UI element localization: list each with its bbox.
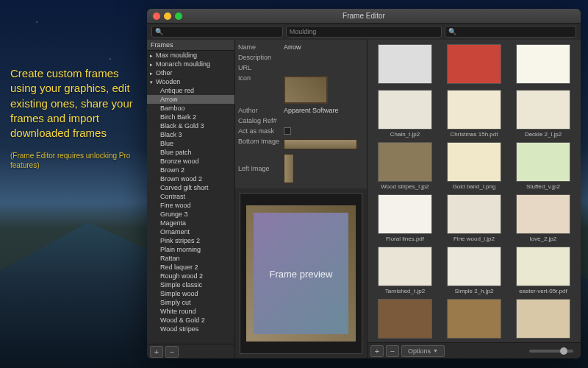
tree-item[interactable]: Bamboo <box>147 104 234 113</box>
asset-thumb-image <box>378 247 432 286</box>
frame-preview: Frame preview <box>240 193 362 354</box>
asset-thumb[interactable]: Gold band_l.png <box>441 142 507 190</box>
asset-thumb[interactable]: easter-vert-05r.pdf <box>510 247 576 294</box>
asset-thumb[interactable]: Christmas 15h.pdf <box>441 90 507 138</box>
minimize-icon[interactable] <box>164 13 171 20</box>
frames-sidebar: Frames ▸Max moulding▸Monarch moulding▸Ot… <box>147 40 235 358</box>
tree-item[interactable]: Bronze wood <box>147 157 234 166</box>
prop-url-label: URL <box>238 64 284 71</box>
search-icon: 🔍 <box>155 28 163 35</box>
tree-item[interactable]: Red laquer 2 <box>147 263 234 272</box>
asset-thumb-image <box>447 299 501 339</box>
tree-item[interactable]: Arrow <box>147 95 234 104</box>
tree-item[interactable]: Black 3 <box>147 130 234 139</box>
asset-thumb[interactable]: love_2.jp2 <box>510 194 576 242</box>
remove-frame-button[interactable]: − <box>165 346 179 358</box>
tree-item[interactable]: Fine wood <box>147 201 234 210</box>
tree-item[interactable]: Brown 2 <box>147 166 234 174</box>
tree-item[interactable]: Rattan <box>147 254 234 263</box>
tree-item[interactable]: Wood stripes <box>147 325 234 333</box>
asset-thumb-image <box>516 90 570 130</box>
asset-thumb[interactable]: Stuffed_v.jp2 <box>510 142 576 190</box>
asset-thumb[interactable]: Wood stripes_l.jp2 <box>372 142 438 190</box>
zoom-slider-knob[interactable] <box>560 347 567 355</box>
tree-item[interactable]: Wood & Gold 2 <box>147 316 234 325</box>
prop-icon-preview[interactable] <box>284 76 328 104</box>
asset-thumb-label: love_2.jp2 <box>530 236 556 242</box>
search-mid[interactable]: Moulding <box>286 26 442 38</box>
tree-item[interactable]: Ornament <box>147 227 234 236</box>
asset-thumb[interactable] <box>441 44 507 85</box>
properties-panel: NameArrow Description URL Icon AuthorApp… <box>235 40 368 358</box>
asset-thumb-image <box>516 142 570 182</box>
tree-item[interactable]: Antique red <box>147 86 234 95</box>
asset-thumb-image <box>447 44 501 84</box>
search-left[interactable]: 🔍 <box>151 26 283 38</box>
tree-item[interactable]: Blue patch <box>147 148 234 157</box>
asset-thumb[interactable] <box>510 44 576 85</box>
tree-item[interactable]: Contrast <box>147 192 234 201</box>
asset-thumb[interactable]: Tarnished_t.jp2 <box>372 247 438 294</box>
frames-tree[interactable]: ▸Max moulding▸Monarch moulding▸Other▾Woo… <box>147 51 234 344</box>
sidebar-header: Frames <box>147 40 234 51</box>
tree-item[interactable]: Simple classic <box>147 280 234 289</box>
search-right[interactable]: 🔍 <box>445 26 576 38</box>
asset-thumb[interactable]: Simple 2_h.jp2 <box>441 247 507 294</box>
tree-category[interactable]: ▾Wooden <box>147 77 234 86</box>
asset-thumb[interactable] <box>372 44 438 85</box>
tree-item[interactable]: Blue <box>147 139 234 148</box>
prop-mask-checkbox[interactable] <box>284 127 291 135</box>
tree-item[interactable]: Black & Gold 3 <box>147 121 234 130</box>
zoom-slider[interactable] <box>529 350 573 353</box>
asset-thumb[interactable]: Chain_t.jp2 <box>372 90 438 138</box>
tree-item[interactable]: White round <box>147 307 234 316</box>
tree-item[interactable]: Simply cut <box>147 298 234 307</box>
asset-thumb-image <box>378 90 432 130</box>
tree-item[interactable]: Plain morning <box>147 245 234 254</box>
tree-item[interactable]: Rough wood 2 <box>147 272 234 280</box>
promo-subnote: (Frame Editor requires unlocking Pro fea… <box>10 151 139 170</box>
prop-mask-label: Act as mask <box>238 127 284 135</box>
prop-bottomimg-label: Bottom Image <box>238 138 284 145</box>
tree-item[interactable]: Carved gilt short <box>147 183 234 192</box>
tree-category[interactable]: ▸Other <box>147 68 234 77</box>
chevron-down-icon: ▼ <box>433 348 438 353</box>
tree-category[interactable]: ▸Max moulding <box>147 51 234 60</box>
asset-thumb[interactable]: Floral lines.pdf <box>372 194 438 242</box>
tree-item[interactable]: Brown wood 2 <box>147 174 234 183</box>
prop-author-value[interactable]: Apparent Software <box>284 107 364 114</box>
tree-category[interactable]: ▸Monarch moulding <box>147 60 234 68</box>
add-asset-button[interactable]: + <box>370 345 384 357</box>
asset-thumb[interactable]: Fine wood_l.jp2 <box>441 194 507 242</box>
search-icon: 🔍 <box>448 28 456 35</box>
prop-leftimg-preview[interactable] <box>284 154 294 183</box>
asset-thumb-label: Gold band_l.png <box>453 183 496 190</box>
prop-bottomimg-preview[interactable] <box>284 139 357 149</box>
asset-gallery: Chain_t.jp2Christmas 15h.pdfDeckle 2_l.j… <box>368 40 581 358</box>
tree-item[interactable]: Simple wood <box>147 289 234 298</box>
asset-grid[interactable]: Chain_t.jp2Christmas 15h.pdfDeckle 2_l.j… <box>368 40 581 342</box>
asset-thumb[interactable]: Deckle 2_l.jp2 <box>510 90 576 138</box>
asset-thumb[interactable] <box>372 299 438 340</box>
asset-thumb-image <box>447 194 501 234</box>
close-icon[interactable] <box>153 13 160 20</box>
tree-item[interactable]: Magenta <box>147 219 234 227</box>
titlebar[interactable]: Frame Editor <box>147 9 581 24</box>
zoom-icon[interactable] <box>175 13 182 20</box>
frame-preview-image: Frame preview <box>246 205 356 341</box>
asset-thumb-label: easter-vert-05r.pdf <box>519 288 567 294</box>
tree-item[interactable]: Pink stripes 2 <box>147 236 234 245</box>
remove-asset-button[interactable]: − <box>386 345 399 357</box>
asset-thumb-label: Wood stripes_l.jp2 <box>381 183 429 190</box>
tree-item[interactable]: Grunge 3 <box>147 210 234 219</box>
asset-thumb-label: Simple 2_h.jp2 <box>455 288 494 294</box>
add-frame-button[interactable]: + <box>150 346 163 358</box>
asset-thumb-image <box>378 142 432 182</box>
tree-item[interactable]: Birch Bark 2 <box>147 113 234 121</box>
prop-name-value[interactable]: Arrow <box>284 43 364 51</box>
prop-icon-label: Icon <box>238 74 284 82</box>
asset-thumb[interactable] <box>510 299 576 340</box>
asset-thumb[interactable] <box>441 299 507 340</box>
options-button[interactable]: Options▼ <box>401 345 445 357</box>
prop-leftimg-label: Left Image <box>238 165 284 172</box>
